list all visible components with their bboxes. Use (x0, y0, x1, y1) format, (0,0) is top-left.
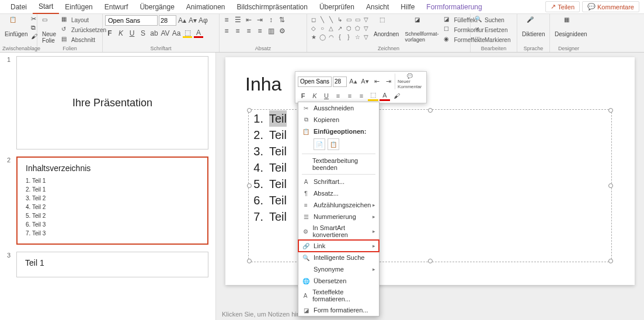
reset-icon: ↺ (61, 26, 69, 34)
mini-dec-font-icon[interactable]: A▾ (360, 76, 370, 87)
ctx-shape-format[interactable]: ◪Form formatieren... (298, 304, 379, 316)
ctx-translate[interactable]: 🌐Übersetzen (298, 275, 379, 287)
indent-dec-button[interactable]: ⇤ (244, 15, 253, 25)
ctx-link[interactable]: 🔗Link▸ (298, 240, 379, 252)
strike-button[interactable]: S (138, 29, 148, 38)
justify-button[interactable]: ≡ (255, 26, 264, 36)
mini-underline-button[interactable]: U (321, 91, 332, 101)
thumb-number: 3 (7, 252, 13, 277)
group-paragraph-label: Absatz (222, 45, 304, 52)
tab-hilfe[interactable]: Hilfe (395, 1, 420, 13)
indent-inc-button[interactable]: ⇥ (255, 15, 264, 25)
thumbnail-slide-2[interactable]: Inhaltsverzeichnis 1. Teil 1 2. Teil 1 3… (16, 156, 208, 245)
ctx-cut[interactable]: ✂Ausschneiden (298, 102, 379, 114)
shadow-button[interactable]: ab (149, 29, 159, 38)
tab-entwurf[interactable]: Entwurf (99, 1, 134, 13)
new-slide-button[interactable]: ▭ Neue Folie (40, 15, 58, 45)
select-button[interactable]: ⬚Markieren (473, 35, 512, 44)
paste-button[interactable]: 📋 Einfügen (2, 15, 30, 39)
mini-font-color-button[interactable]: A (380, 91, 390, 101)
ctx-synonyms[interactable]: Synonyme▸ (298, 263, 379, 275)
mini-size-input[interactable] (333, 76, 347, 87)
find-button[interactable]: 🔍Suchen (473, 15, 506, 25)
dictate-button[interactable]: 🎤Diktieren (520, 15, 547, 39)
design-ideas-button[interactable]: ▦Designideen (552, 15, 590, 39)
line-spacing-button[interactable]: ↕ (266, 15, 276, 25)
highlight-button[interactable]: ⬚ (183, 29, 192, 38)
numbering-button[interactable]: ☰ (233, 15, 242, 25)
align-center-button[interactable]: ≡ (233, 26, 242, 36)
bold-button[interactable]: F (105, 29, 114, 38)
mini-bold-button[interactable]: F (298, 91, 308, 101)
ctx-smartart[interactable]: ⚙In SmartArt konvertieren▸ (298, 222, 379, 240)
reset-button[interactable]: ↺Zurücksetzen (60, 25, 108, 34)
replace-button[interactable]: ⤮Ersetzen (473, 25, 509, 34)
mini-italic-button[interactable]: K (309, 91, 320, 101)
font-name-input[interactable] (105, 15, 158, 26)
font-color-button[interactable]: A (194, 29, 203, 38)
ctx-smart-search[interactable]: 🔍Intelligente Suche (298, 252, 379, 263)
align-left-button[interactable]: ≡ (222, 26, 231, 36)
tab-start[interactable]: Start (33, 0, 59, 14)
decrease-font-icon[interactable]: A▾ (188, 16, 197, 25)
mini-align-left-button[interactable]: ≡ (333, 91, 343, 101)
mini-indent-inc-icon[interactable]: ⇥ (383, 76, 394, 87)
quickstyles-button[interactable]: ◪Schnellformat- vorlagen (402, 15, 441, 44)
section-button[interactable]: ▤Abschnitt (60, 35, 108, 44)
mini-indent-dec-icon[interactable]: ⇤ (371, 76, 382, 87)
clipboard-icon: 📋 (9, 16, 23, 30)
spacing-button[interactable]: AV (161, 29, 170, 38)
layout-button[interactable]: ▦Layout (60, 15, 108, 25)
notes-placeholder[interactable]: Klicken Sie, um Notizen hin (216, 308, 644, 320)
ctx-copy[interactable]: ⧉Kopieren (298, 114, 379, 126)
paste-option-text[interactable]: 📋 (328, 138, 339, 150)
thumbnail-slide-1[interactable]: Ihre Präsentation (16, 56, 208, 149)
slide-thumbnails-panel[interactable]: 1 Ihre Präsentation 2 Inhaltsverzeichnis… (0, 53, 216, 320)
mini-new-comment-button[interactable]: 💬Neuer Kommentar (395, 74, 424, 89)
align-right-button[interactable]: ≡ (244, 26, 253, 36)
underline-button[interactable]: U (127, 29, 137, 38)
ctx-exit-text-edit[interactable]: Textbearbeitung beenden (298, 155, 379, 173)
smartart-button[interactable]: ⚙ (277, 26, 287, 36)
thumb-toc-item: 1. Teil 1 (26, 176, 199, 185)
tab-ansicht[interactable]: Ansicht (360, 1, 395, 13)
tab-animationen[interactable]: Animationen (180, 1, 231, 13)
italic-button[interactable]: K (116, 29, 126, 38)
mini-format-painter-button[interactable]: 🖌 (391, 91, 402, 101)
slide-canvas[interactable]: Inha 1.Teil 2.Teil 3.Teil 4.Teil 5.Teil … (216, 53, 644, 320)
columns-button[interactable]: ▥ (266, 26, 276, 36)
paste-option-source[interactable]: 📄 (314, 138, 325, 150)
thumb-number: 1 (7, 56, 13, 149)
mini-align-right-button[interactable]: ≡ (356, 91, 367, 101)
clear-format-icon[interactable]: Aφ (199, 16, 208, 25)
tab-praesentation[interactable]: Bildschirmpräsentation (231, 1, 314, 13)
arrange-button[interactable]: ⬚Anordnen (371, 15, 401, 39)
ctx-font[interactable]: ASchriftart... (298, 176, 379, 187)
comments-button[interactable]: 💬Kommentare (582, 1, 639, 12)
ctx-paragraph[interactable]: ¶Absatz... (298, 187, 379, 199)
share-icon: ↗ (551, 3, 556, 11)
ctx-numbering[interactable]: ☰Nummerierung▸ (298, 211, 379, 222)
smartart-icon: ⚙ (302, 227, 309, 235)
mini-highlight-button[interactable]: ⬚ (368, 91, 378, 101)
thumbnail-slide-3[interactable]: Teil 1 (16, 252, 208, 277)
tab-uebergaenge[interactable]: Übergänge (134, 1, 180, 13)
font-size-input[interactable] (159, 15, 176, 26)
ctx-bullets[interactable]: ≡Aufzählungszeichen▸ (298, 199, 379, 211)
mini-inc-font-icon[interactable]: A▴ (348, 76, 358, 87)
bullets-button[interactable]: ≡ (222, 15, 231, 25)
thumb-number: 2 (7, 156, 13, 245)
increase-font-icon[interactable]: A▴ (177, 16, 187, 25)
shapes-gallery[interactable]: ◻╲╲↳▭▭▽ ◇○△↗⬡⬠▽ ★◯◠{}☆▽ (309, 15, 370, 41)
share-button[interactable]: ↗Teilen (545, 1, 580, 12)
mini-font-input[interactable] (298, 76, 332, 87)
text-direction-button[interactable]: ⇅ (277, 15, 287, 25)
slide: Inha 1.Teil 2.Teil 3.Teil 4.Teil 5.Teil … (225, 57, 635, 285)
tab-einfuegen[interactable]: Einfügen (59, 1, 98, 13)
case-button[interactable]: Aa (172, 29, 181, 38)
tab-formformatierung[interactable]: Formformatierung (420, 1, 488, 13)
ctx-text-effects[interactable]: ATexteffekte formatieren... (298, 287, 379, 304)
tab-ueberpruefen[interactable]: Überprüfen (314, 1, 360, 13)
tab-datei[interactable]: Datei (5, 1, 33, 13)
mini-align-center-button[interactable]: ≡ (344, 91, 355, 101)
